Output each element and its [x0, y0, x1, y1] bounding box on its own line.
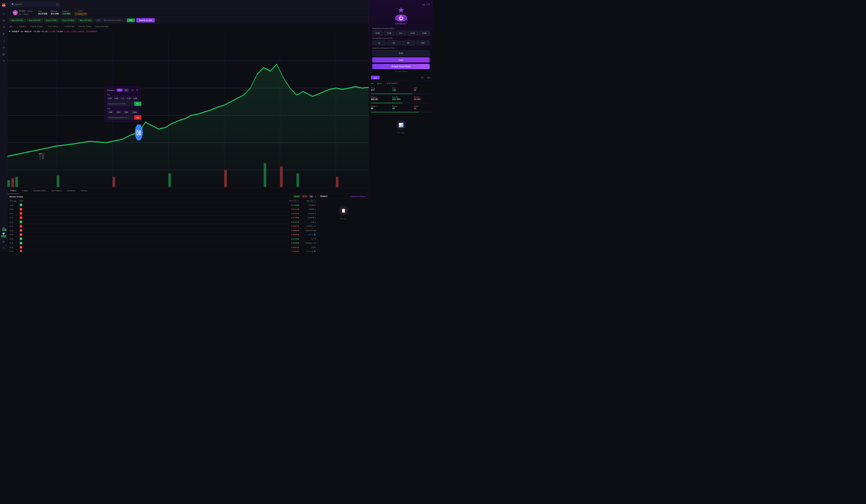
- buy-preset-0.15[interactable]: Buy 0.15 SOL: [60, 18, 76, 22]
- nova-buy-0.25[interactable]: 0.25: [419, 31, 430, 35]
- timeframe-6h-btn[interactable]: 6H: [420, 77, 424, 79]
- sidebar-wallet[interactable]: ⊿: [1, 37, 7, 44]
- toolbar-divider3: |: [60, 25, 61, 27]
- orders-gear-icon[interactable]: ⚙: [132, 89, 134, 91]
- switch-to-sell-btn[interactable]: Switch to Sell: [136, 18, 155, 22]
- orders-sell-50[interactable]: 50%: [123, 111, 131, 114]
- orders-buy-0.25[interactable]: 0.25: [133, 97, 138, 100]
- sidebar-bell[interactable]: ⊘: [1, 44, 7, 50]
- chart-canvas[interactable]: DB 8 02:08:08 AM 12:22 PM 07:51 PM 9 06:…: [8, 33, 369, 193]
- chart-toolbar: 1s | ⋮ Indicators Hide My Trades | Price…: [8, 24, 369, 29]
- buys-bar-fill: [371, 94, 412, 94]
- pct-change-row: 2% 157% ⊕ My Position: [369, 81, 433, 86]
- orders-sell-100[interactable]: 100%: [131, 111, 138, 114]
- indicators-btn[interactable]: ⋮ Indicators: [15, 25, 28, 28]
- liquidity-label: Liquidity: [63, 10, 71, 12]
- txns-cell: Txns 177: [369, 86, 390, 93]
- liquidity-value: $15.66K: [63, 12, 71, 15]
- tab-holders[interactable]: Holders (261): [31, 188, 48, 194]
- buy-preset-0.25[interactable]: Buy 0.25 SOL: [78, 18, 94, 22]
- svg-rect-18: [224, 170, 227, 187]
- tab-positions[interactable]: Positions: [65, 188, 78, 194]
- orders-no-data: 📋 No data: [318, 199, 369, 227]
- token-avatar: N: [13, 10, 18, 15]
- orders-buy-btn[interactable]: Buy: [134, 102, 141, 106]
- sidebar-home[interactable]: ⌂: [1, 11, 7, 16]
- token-favorite-icon[interactable]: ☆: [10, 11, 11, 14]
- nova-quick-buy-input[interactable]: [373, 50, 430, 56]
- orders-buy-0.15[interactable]: 0.15: [126, 97, 132, 100]
- buy-preset-0.02[interactable]: Buy 0.02 SOL: [10, 18, 25, 22]
- orders-tab-s2[interactable]: S2: [123, 89, 129, 92]
- sidebar-search[interactable]: ⊞: [1, 17, 7, 23]
- nova-buy-0.02[interactable]: 0.02: [373, 31, 383, 35]
- sol-currency-label: SOL: [95, 18, 102, 22]
- nova-power-btn[interactable]: ⏻: [395, 15, 407, 22]
- buy-preset-0.05[interactable]: Buy 0.05 SOL: [27, 18, 43, 22]
- interval-filter-btn[interactable]: 5M: [309, 195, 314, 198]
- buy-button[interactable]: Buy: [127, 18, 135, 22]
- orders-buy-preset-row: 0.02 0.05 0.1 0.15 0.25: [107, 97, 138, 100]
- orders-no-data-icon: 📋: [338, 206, 348, 216]
- orders-buy-0.1[interactable]: 0.1: [120, 97, 125, 100]
- orders-sell-10[interactable]: 10%: [107, 111, 115, 114]
- orders-buy-0.05[interactable]: 0.05: [113, 97, 119, 100]
- nova-sell-25[interactable]: 25: [387, 41, 401, 45]
- buy-vol-cell: Buy Vol $10.52K: [390, 95, 412, 102]
- interval-chevron-icon: ▾: [315, 195, 316, 198]
- buy-amount-input[interactable]: [102, 18, 126, 22]
- sidebar-help[interactable]: ?: [1, 245, 7, 252]
- orders-close-icon[interactable]: ✕: [136, 89, 138, 92]
- svg-text:DB: DB: [136, 129, 141, 137]
- search-shortcut: /: [56, 3, 58, 6]
- orders-sell-label: Sell: [107, 107, 138, 110]
- buy-preset-0.1[interactable]: Buy 0.1 SOL: [44, 18, 59, 22]
- nova-buy-0.05[interactable]: 0.05: [384, 31, 395, 35]
- sidebar-docs[interactable]: ▤: [1, 51, 7, 57]
- svg-marker-11: [8, 64, 369, 193]
- price-mcap-btn[interactable]: Price / MCap: [47, 25, 59, 28]
- tab-trades[interactable]: Trades: [19, 188, 31, 194]
- advanced-order-btn[interactable]: Advanced Order +: [350, 195, 367, 197]
- share-btn[interactable]: Share: [22, 12, 30, 15]
- buyers-cell: Buyers 69: [390, 104, 412, 111]
- orders-buy-amount-input[interactable]: [107, 102, 134, 106]
- sidebar-chart[interactable]: ↺: [1, 24, 7, 30]
- search-input[interactable]: [15, 3, 55, 6]
- orders-buy-0.02[interactable]: 0.02: [107, 97, 113, 100]
- timeframe-1s[interactable]: 1s: [9, 25, 13, 28]
- nova-buy-0.1[interactable]: 0.1: [396, 31, 407, 35]
- sidebar-settings[interactable]: ⚙: [1, 239, 7, 245]
- sidebar-new[interactable]: ⊕ NEW: [1, 225, 7, 231]
- price-stat: Price $0.07208: [38, 10, 47, 15]
- nova-sell-100[interactable]: 100: [416, 41, 430, 45]
- orders-sell-btn[interactable]: Sell: [134, 115, 141, 120]
- nova-status: ENABLED: [395, 23, 407, 25]
- nova-sell-10[interactable]: 10: [373, 41, 386, 45]
- timeframe-24h-btn[interactable]: 24H: [425, 77, 431, 79]
- sell-vol-cell: Sell Vol $9.68K: [412, 95, 433, 102]
- hide-dev-btn[interactable]: Hide Dev Trades: [77, 25, 93, 28]
- sidebar-earn[interactable]: 💎 EARN: [1, 232, 7, 238]
- tab-orders[interactable]: Orders: [8, 188, 19, 194]
- orders-sell-25[interactable]: 25%: [115, 111, 122, 114]
- tab-top-traders[interactable]: Top Traders: [48, 188, 65, 194]
- tab-history[interactable]: History: [78, 188, 90, 194]
- sidebar-star[interactable]: ★: [1, 31, 7, 37]
- my-position-btn[interactable]: ⊕ My Position: [385, 82, 399, 85]
- no-data-area: 📊 No data: [369, 113, 433, 141]
- reset-chart-btn[interactable]: Reset Chart Data: [94, 25, 110, 28]
- nova-enable-btn[interactable]: Enable Nova Panel: [373, 64, 430, 69]
- orders-sell-pct-input[interactable]: [107, 115, 134, 120]
- nova-save-btn[interactable]: Save: [373, 57, 430, 63]
- orders-tab-s1[interactable]: S1: [117, 89, 122, 92]
- nova-sell-50[interactable]: 50: [401, 41, 415, 45]
- nova-buy-0.15[interactable]: 0.15: [407, 31, 418, 35]
- bubble-map-btn[interactable]: ⊙ Bubble Map: [62, 25, 76, 28]
- nova-sell-label: Sell: [422, 3, 425, 5]
- hide-my-trades-btn[interactable]: Hide My Trades: [29, 25, 44, 28]
- stats-sell-btn[interactable]: Sell: [371, 76, 380, 79]
- sidebar-draw[interactable]: ✎: [1, 58, 7, 64]
- no-data-icon: 📊: [396, 120, 406, 130]
- audit-badge: ⚠ Caution 7/8: [74, 12, 87, 15]
